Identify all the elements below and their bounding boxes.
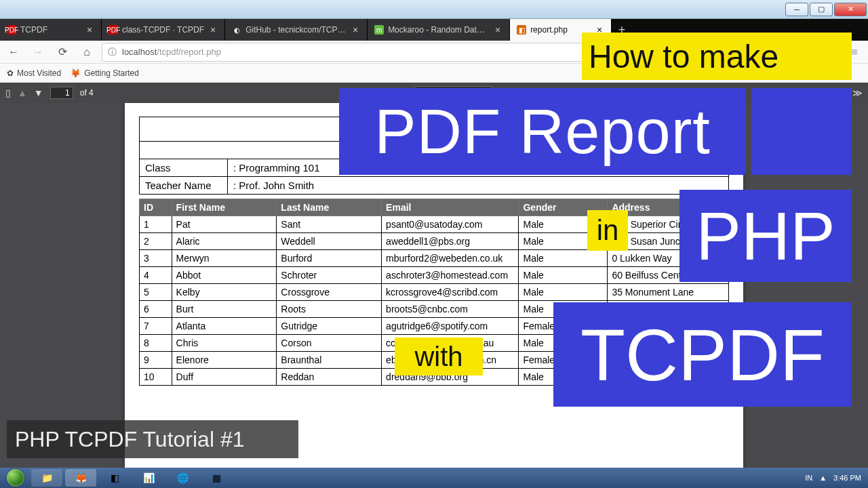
class-value: : Programming 101: [228, 159, 729, 177]
tab-label: TCPDF: [20, 25, 81, 35]
window-close-button[interactable]: ✕: [834, 3, 867, 16]
task-explorer[interactable]: 📁: [31, 469, 62, 487]
table-cell: 35 Monument Lane: [608, 284, 729, 301]
task-xampp[interactable]: ▦: [201, 469, 232, 487]
table-cell: Male: [519, 284, 608, 301]
windows-taskbar: 📁 🦊 ◧ 📊 🌐 ▦ IN ▲ 3:46 PM: [0, 468, 868, 488]
window-minimize-button[interactable]: ─: [785, 3, 808, 16]
table-cell: Braunthal: [277, 352, 382, 369]
table-cell: 2: [140, 233, 172, 250]
bookmark-icon: ✿: [7, 68, 14, 78]
report-header-table: University of Insert Name Here Student L…: [139, 117, 729, 195]
student-table: IDFirst NameLast NameEmailGenderAddress …: [139, 199, 729, 386]
system-tray[interactable]: IN ▲ 3:46 PM: [805, 474, 865, 482]
bookmark-star-icon[interactable]: ☆: [634, 47, 642, 57]
table-cell: ebraunthal8@sina.com.cn: [382, 352, 519, 369]
bookmark-label: Getting Started: [84, 68, 139, 78]
home-button[interactable]: ⌂: [77, 43, 96, 62]
site-info-icon[interactable]: ⓘ: [108, 46, 117, 58]
table-cell: 29 Kipling Court: [608, 301, 729, 318]
table-cell: Roots: [277, 301, 382, 318]
table-row: 8ChrisCorsonccorson7@privacy.gov.auMale3…: [140, 335, 729, 352]
table-header: Gender: [519, 199, 608, 216]
tray-chevron-icon[interactable]: ▲: [819, 474, 827, 482]
tab-label: GitHub - tecnickcom/TCPDF:: [245, 25, 347, 35]
new-tab-button[interactable]: +: [612, 19, 632, 41]
table-row: 1PatSantpsant0@usatoday.comMale485 Super…: [140, 216, 729, 233]
library-icon[interactable]: ▥: [793, 43, 812, 62]
table-cell: broots5@cnbc.com: [382, 301, 519, 318]
page-number-input[interactable]: [50, 87, 73, 99]
table-cell: Abbot: [172, 267, 277, 284]
address-bar[interactable]: ⓘ localhost/tcpdf/report.php ⋯ ☆: [102, 43, 648, 62]
menu-button[interactable]: ≡: [845, 43, 864, 62]
window-maximize-button[interactable]: ▢: [810, 3, 833, 16]
zoom-in-icon[interactable]: +: [402, 87, 408, 98]
browser-tab-0[interactable]: PDFTCPDF×: [0, 19, 102, 41]
bookmark-item-0[interactable]: ✿Most Visited: [7, 68, 61, 78]
task-app[interactable]: 🌐: [167, 469, 198, 487]
start-button[interactable]: [3, 469, 28, 487]
forward-button[interactable]: →: [28, 43, 47, 62]
tab-close-icon[interactable]: ×: [493, 25, 502, 35]
table-cell: 759 Susan Junction: [608, 233, 729, 250]
task-vscode[interactable]: ◧: [99, 469, 130, 487]
browser-tab-3[interactable]: mMockaroo - Random Data Gen×: [368, 19, 510, 41]
table-row: 7AtlantaGutridgeagutridge6@spotify.comFe…: [140, 318, 729, 335]
report-subtitle: Student List: [140, 142, 729, 159]
table-cell: Male: [519, 250, 608, 267]
tab-close-icon[interactable]: ×: [595, 25, 604, 35]
table-cell: Male: [519, 335, 608, 352]
search-box[interactable]: Search: [654, 43, 762, 61]
browser-tab-2[interactable]: ◐GitHub - tecnickcom/TCPDF:×: [225, 19, 368, 41]
zoom-out-icon[interactable]: −: [390, 87, 395, 98]
tab-close-icon[interactable]: ×: [208, 25, 218, 35]
table-cell: psant0@usatoday.com: [382, 216, 519, 233]
task-taskmgr[interactable]: 📊: [133, 469, 164, 487]
sidebar-icon[interactable]: ▣: [819, 43, 838, 62]
bookmark-icon: 🦊: [71, 68, 81, 78]
table-cell: 8: [140, 335, 172, 352]
table-cell: Male: [519, 301, 608, 318]
toggle-sidebar-icon[interactable]: ▯: [5, 87, 11, 98]
page-actions-icon[interactable]: ⋯: [620, 47, 629, 57]
open-file-icon[interactable]: ▤: [804, 87, 813, 98]
download-icon[interactable]: ⭳: [836, 87, 846, 98]
tab-close-icon[interactable]: ×: [351, 25, 360, 35]
pdf-viewport[interactable]: University of Insert Name Here Student L…: [0, 103, 868, 468]
fullscreen-icon[interactable]: ⛶: [788, 87, 797, 98]
table-cell: 1: [140, 216, 172, 233]
table-cell: Male: [519, 233, 608, 250]
bookmark-item-1[interactable]: 🦊Getting Started: [71, 68, 139, 78]
tab-label: report.php: [530, 25, 591, 35]
table-cell: aweddell1@pbs.org: [382, 233, 519, 250]
back-button[interactable]: ←: [4, 43, 23, 62]
windows-orb-icon: [7, 469, 24, 487]
browser-tab-4[interactable]: ◧report.php×: [510, 19, 612, 41]
print-icon[interactable]: 🖶: [820, 87, 829, 98]
table-cell: agutridge6@spotify.com: [382, 318, 519, 335]
tab-favicon: m: [374, 25, 384, 35]
table-cell: mburford2@webeden.co.uk: [382, 250, 519, 267]
browser-tab-1[interactable]: PDFclass-TCPDF · TCPDF×: [102, 19, 225, 41]
next-page-icon[interactable]: ▼: [34, 87, 43, 98]
table-cell: Corson: [277, 335, 382, 352]
table-row: 2AlaricWeddellaweddell1@pbs.orgMale759 S…: [140, 233, 729, 250]
table-cell: dreddan9@bbb.org: [382, 369, 519, 386]
table-cell: Burt: [172, 301, 277, 318]
tab-favicon: ◧: [517, 25, 526, 35]
tray-lang[interactable]: IN: [805, 474, 812, 482]
tab-close-icon[interactable]: ×: [85, 25, 94, 35]
downloads-icon[interactable]: ⭳: [768, 43, 787, 62]
reload-button[interactable]: ⟳: [53, 43, 72, 62]
table-header: Last Name: [277, 199, 382, 216]
tools-icon[interactable]: ≫: [852, 87, 863, 98]
table-cell: Male: [519, 267, 608, 284]
zoom-select[interactable]: Automatic Zoom ▾: [414, 86, 491, 100]
table-cell: Burford: [277, 250, 382, 267]
prev-page-icon[interactable]: ▲: [18, 87, 27, 98]
table-cell: Chris: [172, 335, 277, 352]
chevron-down-icon: ▾: [483, 88, 487, 98]
table-header: Address: [608, 199, 729, 216]
task-firefox[interactable]: 🦊: [65, 469, 96, 487]
